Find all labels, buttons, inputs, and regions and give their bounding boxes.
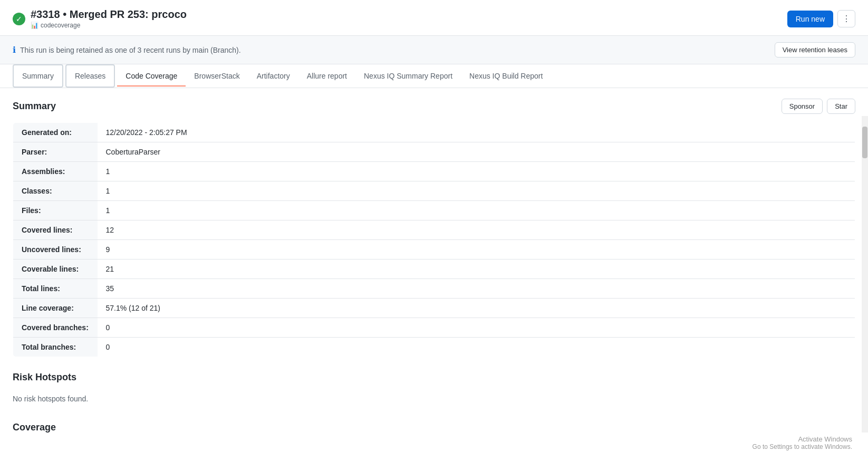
tab-nexus-iq-build[interactable]: Nexus IQ Build Report bbox=[461, 65, 551, 87]
main-content: Summary Sponsor Star Generated on:12/20/… bbox=[0, 88, 868, 451]
table-cell-key: Uncovered lines: bbox=[13, 240, 98, 260]
table-row: Line coverage:57.1% (12 of 21) bbox=[13, 299, 855, 318]
table-cell-key: Files: bbox=[13, 201, 98, 220]
table-cell-value: CoberturaParser bbox=[98, 142, 855, 162]
table-row: Assemblies:1 bbox=[13, 162, 855, 181]
tab-artifactory[interactable]: Artifactory bbox=[248, 65, 298, 87]
table-cell-key: Covered branches: bbox=[13, 318, 98, 338]
table-row: Files:1 bbox=[13, 201, 855, 220]
header-title-group: #3318 • Merged PR 253: prcoco 📊 codecove… bbox=[31, 8, 187, 29]
table-cell-value: 12/20/2022 - 2:05:27 PM bbox=[98, 123, 855, 142]
table-cell-key: Total lines: bbox=[13, 279, 98, 299]
action-buttons: Sponsor Star bbox=[782, 99, 855, 114]
table-row: Covered lines:12 bbox=[13, 220, 855, 240]
watermark-line1: Activate Windows bbox=[753, 435, 852, 443]
table-row: Generated on:12/20/2022 - 2:05:27 PM bbox=[13, 123, 855, 142]
table-cell-value: 0 bbox=[98, 318, 855, 338]
header-left: ✓ #3318 • Merged PR 253: prcoco 📊 codeco… bbox=[13, 8, 187, 29]
table-cell-key: Coverable lines: bbox=[13, 260, 98, 279]
risk-hotspots-title: Risk Hotspots bbox=[13, 372, 855, 383]
summary-section-header: Summary Sponsor Star bbox=[13, 99, 855, 114]
tab-nexus-iq-summary[interactable]: Nexus IQ Summary Report bbox=[355, 65, 461, 87]
tab-browserstack[interactable]: BrowserStack bbox=[186, 65, 248, 87]
table-cell-value: 21 bbox=[98, 260, 855, 279]
status-icon: ✓ bbox=[13, 13, 25, 25]
summary-section-title: Summary bbox=[13, 101, 56, 112]
table-row: Total branches:0 bbox=[13, 338, 855, 357]
table-cell-value: 1 bbox=[98, 181, 855, 201]
tab-releases[interactable]: Releases bbox=[65, 64, 115, 88]
tab-allure-report[interactable]: Allure report bbox=[298, 65, 355, 87]
coverage-section: Coverage bbox=[13, 422, 855, 433]
table-row: Uncovered lines:9 bbox=[13, 240, 855, 260]
view-retention-leases-button[interactable]: View retention leases bbox=[775, 42, 855, 57]
table-cell-value: 0 bbox=[98, 338, 855, 357]
scrollbar[interactable] bbox=[862, 116, 868, 433]
graph-icon: 📊 bbox=[31, 22, 38, 29]
table-row: Total lines:35 bbox=[13, 279, 855, 299]
table-cell-value: 1 bbox=[98, 162, 855, 181]
page-wrapper: ✓ #3318 • Merged PR 253: prcoco 📊 codeco… bbox=[0, 0, 868, 461]
table-cell-key: Parser: bbox=[13, 142, 98, 162]
table-cell-value: 57.1% (12 of 21) bbox=[98, 299, 855, 318]
table-cell-value: 9 bbox=[98, 240, 855, 260]
header-right: Run new ⋮ bbox=[787, 10, 855, 27]
info-icon: ℹ bbox=[13, 45, 16, 55]
run-new-button[interactable]: Run new bbox=[787, 11, 833, 27]
table-row: Covered branches:0 bbox=[13, 318, 855, 338]
table-row: Parser:CoberturaParser bbox=[13, 142, 855, 162]
page-title: #3318 • Merged PR 253: prcoco bbox=[31, 8, 187, 21]
tab-summary[interactable]: Summary bbox=[13, 64, 63, 88]
banner-message-area: ℹ This run is being retained as one of 3… bbox=[13, 45, 241, 55]
scroll-thumb[interactable] bbox=[862, 127, 867, 158]
table-row: Coverable lines:21 bbox=[13, 260, 855, 279]
table-cell-key: Line coverage: bbox=[13, 299, 98, 318]
more-options-button[interactable]: ⋮ bbox=[837, 10, 855, 27]
watermark-line2: Go to Settings to activate Windows. bbox=[753, 443, 852, 450]
banner-message: This run is being retained as one of 3 r… bbox=[20, 46, 241, 54]
table-cell-value: 12 bbox=[98, 220, 855, 240]
retention-banner: ℹ This run is being retained as one of 3… bbox=[0, 36, 868, 64]
table-cell-key: Total branches: bbox=[13, 338, 98, 357]
star-button[interactable]: Star bbox=[827, 99, 855, 114]
tabs-container: Summary Releases Code Coverage BrowserSt… bbox=[0, 64, 868, 88]
windows-watermark: Activate Windows Go to Settings to activ… bbox=[753, 435, 852, 450]
page-header: ✓ #3318 • Merged PR 253: prcoco 📊 codeco… bbox=[0, 0, 868, 36]
header-subtitle: 📊 codecoverage bbox=[31, 22, 187, 29]
tab-code-coverage[interactable]: Code Coverage bbox=[117, 65, 186, 87]
table-cell-key: Classes: bbox=[13, 181, 98, 201]
table-cell-key: Covered lines: bbox=[13, 220, 98, 240]
sponsor-button[interactable]: Sponsor bbox=[782, 99, 823, 114]
table-cell-value: 1 bbox=[98, 201, 855, 220]
risk-hotspots-section: Risk Hotspots No risk hotspots found. bbox=[13, 372, 855, 407]
table-cell-key: Generated on: bbox=[13, 123, 98, 142]
summary-table: Generated on:12/20/2022 - 2:05:27 PMPars… bbox=[13, 122, 855, 357]
table-row: Classes:1 bbox=[13, 181, 855, 201]
table-cell-key: Assemblies: bbox=[13, 162, 98, 181]
no-risk-hotspots-message: No risk hotspots found. bbox=[13, 390, 855, 407]
table-cell-value: 35 bbox=[98, 279, 855, 299]
coverage-section-title: Coverage bbox=[13, 422, 855, 433]
